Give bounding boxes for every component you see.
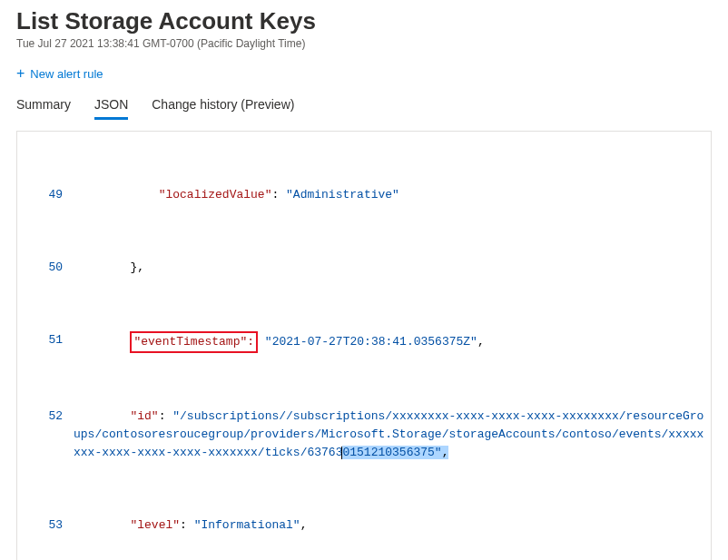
json-viewer[interactable]: 49 "localizedValue": "Administrative" 50…	[16, 131, 712, 560]
line-number: 49	[17, 186, 74, 204]
code-line: "id": "/subscriptions//subscriptions/xxx…	[74, 408, 711, 462]
page-title: List Storage Account Keys	[16, 7, 712, 35]
highlight-box-event-timestamp: "eventTimestamp":	[130, 331, 258, 353]
code-line: "level": "Informational",	[74, 516, 711, 535]
tab-change-history[interactable]: Change history (Preview)	[152, 97, 294, 120]
line-number: 51	[17, 331, 74, 353]
line-number: 53	[17, 516, 74, 535]
tab-strip: Summary JSON Change history (Preview)	[16, 97, 712, 120]
line-number: 50	[17, 259, 74, 277]
new-alert-rule-button[interactable]: + New alert rule	[16, 66, 103, 81]
line-number: 52	[17, 408, 74, 462]
plus-icon: +	[16, 66, 25, 81]
code-line: "localizedValue": "Administrative"	[74, 186, 711, 204]
page-subtitle-timestamp: Tue Jul 27 2021 13:38:41 GMT-0700 (Pacif…	[16, 37, 712, 50]
selected-text: 0151210356375"	[342, 446, 441, 459]
new-alert-rule-label: New alert rule	[30, 67, 103, 81]
code-line: },	[74, 259, 711, 277]
tab-json[interactable]: JSON	[94, 97, 128, 120]
code-line: "eventTimestamp": "2021-07-27T20:38:41.0…	[74, 331, 711, 353]
tab-summary[interactable]: Summary	[16, 97, 71, 120]
